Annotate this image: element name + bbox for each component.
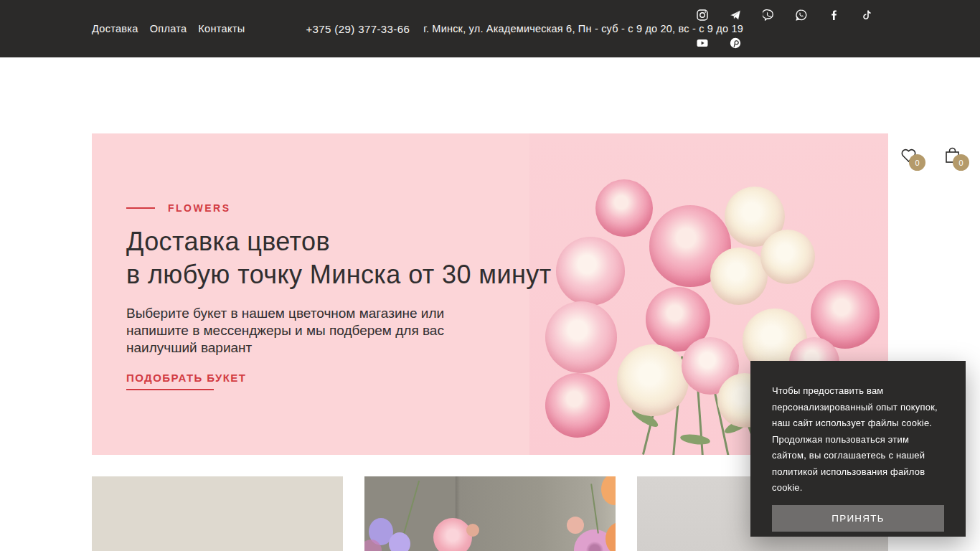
- facebook-icon: [829, 9, 840, 21]
- social-link-whatsapp[interactable]: [796, 9, 807, 21]
- wishlist-count-badge: 0: [909, 154, 925, 171]
- topbar: Доставка Оплата Контакты +375 (29) 377-3…: [0, 0, 980, 57]
- main-navigation: БУКЕТЫ ОНЛАЙН ВИТРИНА ОТКРЫТКИ ПОДАРКИ Р…: [0, 57, 980, 133]
- topbar-link-contacts[interactable]: Контакты: [198, 23, 245, 34]
- store-address: г. Минск, ул. Академическая 6, Пн - суб …: [423, 23, 743, 34]
- pinterest-icon: [730, 37, 741, 49]
- hero-title-line1: Доставка цветов: [126, 225, 552, 258]
- social-link-facebook[interactable]: [829, 9, 840, 21]
- cookie-consent-banner: Чтобы предоставить вам персонализированн…: [750, 361, 966, 537]
- wishlist-button[interactable]: 0: [900, 146, 918, 164]
- tiktok-icon: [862, 9, 873, 21]
- instagram-icon: [697, 9, 708, 21]
- topbar-link-delivery[interactable]: Доставка: [92, 23, 138, 34]
- whatsapp-icon: [796, 9, 807, 21]
- telegram-icon: [730, 9, 741, 21]
- social-link-telegram[interactable]: [730, 9, 741, 21]
- hero-title-line2: в любую точку Минска от 30 минут: [126, 258, 552, 291]
- social-link-instagram[interactable]: [697, 9, 708, 21]
- product-card-image[interactable]: [92, 476, 343, 551]
- topbar-link-payment[interactable]: Оплата: [150, 23, 187, 34]
- pick-bouquet-link[interactable]: ПОДОБРАТЬ БУКЕТ: [126, 372, 246, 390]
- phone-number[interactable]: +375 (29) 377-33-66: [306, 23, 410, 35]
- hero-subtitle: Выберите букет в нашем цветочном магазин…: [126, 305, 463, 357]
- pick-bouquet-label: ПОДОБРАТЬ БУКЕТ: [126, 372, 246, 384]
- accept-cookies-button[interactable]: ПРИНЯТЬ: [772, 505, 944, 532]
- youtube-icon: [697, 37, 708, 49]
- social-link-youtube[interactable]: [697, 37, 708, 49]
- hero-title: Доставка цветов в любую точку Минска от …: [126, 225, 552, 291]
- cta-underline: [126, 389, 214, 390]
- cart-count-badge: 0: [953, 154, 969, 171]
- cart-button[interactable]: 0: [943, 146, 961, 164]
- social-link-pinterest[interactable]: [730, 37, 741, 49]
- eyebrow-line: [126, 207, 155, 209]
- product-card-image[interactable]: [364, 476, 616, 551]
- hero-eyebrow: FLOWERS: [126, 202, 552, 214]
- social-links: [697, 9, 879, 49]
- cookie-consent-text: Чтобы предоставить вам персонализированн…: [772, 383, 944, 496]
- viber-icon: [763, 9, 774, 21]
- topbar-links: Доставка Оплата Контакты: [92, 23, 245, 34]
- social-link-viber[interactable]: [763, 9, 774, 21]
- social-link-tiktok[interactable]: [862, 9, 873, 21]
- eyebrow-label: FLOWERS: [168, 202, 231, 214]
